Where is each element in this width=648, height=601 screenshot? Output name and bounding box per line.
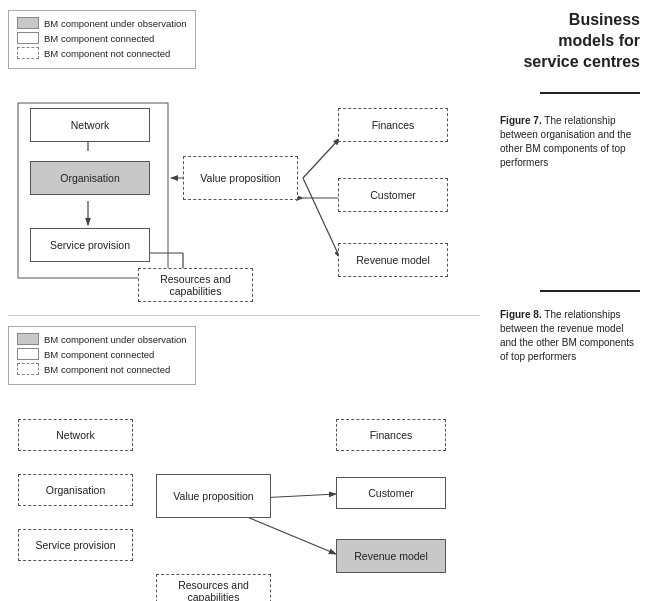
- legend2-item-not-connected: BM component not connected: [17, 363, 187, 375]
- box-organisation2: Organisation: [18, 474, 133, 506]
- legend-box-filled: [17, 17, 39, 29]
- box-resources2: Resources and capabilities: [156, 574, 271, 601]
- box-network1: Network: [30, 108, 150, 142]
- box-organisation1: Organisation: [30, 161, 150, 195]
- box-revenue2: Revenue model: [336, 539, 446, 573]
- box-revenue1: Revenue model: [338, 243, 448, 277]
- svg-line-13: [240, 514, 336, 554]
- page-title: Business models for service centres: [523, 10, 640, 72]
- box-service2: Service provision: [18, 529, 133, 561]
- diagram1: Network Organisation Service provision V…: [8, 83, 468, 303]
- legend2-item-connected: BM component connected: [17, 348, 187, 360]
- box-value2: Value proposition: [156, 474, 271, 518]
- figure8-caption-bold: Figure 8.: [500, 309, 542, 320]
- box-service1: Service provision: [30, 228, 150, 262]
- legend2-label-connected: BM component connected: [44, 349, 154, 360]
- legend-item-connected: BM component connected: [17, 32, 187, 44]
- legend2: BM component under observation BM compon…: [8, 326, 196, 385]
- legend2-label-not-connected: BM component not connected: [44, 364, 170, 375]
- legend2-box-dashed: [17, 363, 39, 375]
- legend-item-observation: BM component under observation: [17, 17, 187, 29]
- figure8-section: BM component under observation BM compon…: [8, 326, 480, 601]
- right-panel: Business models for service centres Figu…: [488, 0, 648, 601]
- section-divider: [8, 315, 480, 316]
- figure7-section: BM component under observation BM compon…: [8, 10, 480, 303]
- legend1: BM component under observation BM compon…: [8, 10, 196, 69]
- box-resources1: Resources and capabilities: [138, 268, 253, 302]
- box-value1: Value proposition: [183, 156, 298, 200]
- legend2-label-observation: BM component under observation: [44, 334, 187, 345]
- legend-label-connected: BM component connected: [44, 33, 154, 44]
- legend-label-not-connected: BM component not connected: [44, 48, 170, 59]
- legend-box-dashed: [17, 47, 39, 59]
- box-network2: Network: [18, 419, 133, 451]
- legend2-item-observation: BM component under observation: [17, 333, 187, 345]
- divider2: [540, 290, 640, 292]
- legend-box-solid: [17, 32, 39, 44]
- main-content: BM component under observation BM compon…: [0, 0, 488, 601]
- box-finances2: Finances: [336, 419, 446, 451]
- page: BM component under observation BM compon…: [0, 0, 648, 601]
- legend-item-not-connected: BM component not connected: [17, 47, 187, 59]
- svg-line-10: [303, 138, 340, 178]
- title-divider: [540, 92, 640, 94]
- box-customer1: Customer: [338, 178, 448, 212]
- figure7-caption: Figure 7. The relationship between organ…: [500, 114, 640, 170]
- figure7-caption-bold: Figure 7.: [500, 115, 542, 126]
- figure8-caption: Figure 8. The relationships between the …: [500, 308, 640, 364]
- legend2-box-solid: [17, 348, 39, 360]
- legend2-box-filled: [17, 333, 39, 345]
- diagram2: Network Organisation Service provision V…: [8, 399, 468, 601]
- box-customer2: Customer: [336, 477, 446, 509]
- svg-line-11: [303, 178, 340, 258]
- legend-label-observation: BM component under observation: [44, 18, 187, 29]
- box-finances1: Finances: [338, 108, 448, 142]
